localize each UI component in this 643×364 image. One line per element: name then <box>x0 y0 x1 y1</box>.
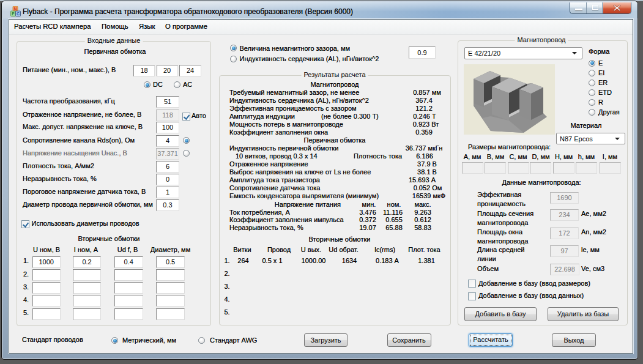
svg-text:N: N <box>13 7 17 11</box>
svg-text:F: F <box>12 12 15 16</box>
svg-text:C: C <box>17 12 20 16</box>
